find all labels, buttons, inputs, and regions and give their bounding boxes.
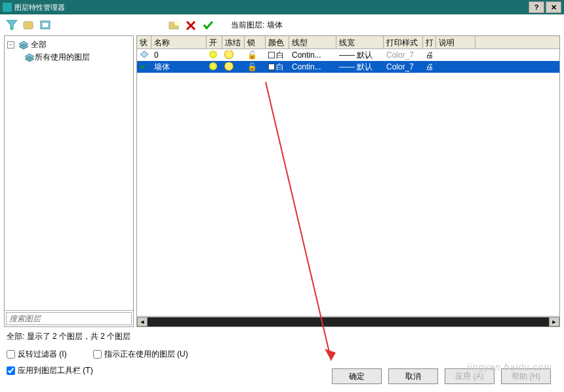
sun-icon[interactable]	[225, 50, 233, 58]
window-title: 图层特性管理器	[14, 3, 527, 12]
layers-body[interactable]: 0 🔓 白 Contin... —— 默认 Color_7 🖨 ✔ 墙体 🔓 白…	[137, 49, 559, 316]
window-controls: ? ✕	[527, 1, 561, 13]
col-plotstyle[interactable]: 打印样式	[384, 36, 423, 49]
app-icon	[3, 3, 12, 12]
current-layer-label: 当前图层:	[231, 20, 264, 29]
bulb-on-icon[interactable]	[209, 50, 217, 58]
current-layer-display: 当前图层: 墙体	[231, 20, 283, 31]
plotter-icon[interactable]: 🖨	[426, 62, 433, 71]
plotstyle-cell[interactable]: Color_7	[384, 50, 423, 60]
lineweight-cell[interactable]: —— 默认	[336, 50, 384, 61]
plotstyle-cell[interactable]: Color_7	[384, 62, 423, 71]
content-area: − 全部 所有使用的图层 状 名称 开 冻结 锁定 颜色 线型 线宽 打印样式 …	[0, 35, 564, 327]
apply-toolbar-input[interactable]	[7, 366, 15, 375]
scroll-right-button[interactable]: ►	[549, 317, 559, 326]
status-bar: 全部: 显示了 2 个图层，共 2 个图层	[0, 327, 564, 346]
svg-rect-3	[43, 23, 48, 27]
new-layer-icon[interactable]	[168, 20, 181, 30]
layer-states-icon[interactable]	[39, 20, 52, 30]
options-row-1: 反转过滤器 (I) 指示正在使用的图层 (U)	[0, 346, 564, 363]
layers-stack-icon	[18, 41, 29, 50]
status-text: 全部: 显示了 2 个图层，共 2 个图层	[7, 332, 131, 341]
scroll-track[interactable]	[148, 317, 549, 326]
indicate-in-use-checkbox[interactable]: 指示正在使用的图层 (U)	[93, 349, 188, 360]
tree-child-used[interactable]: 所有使用的图层	[24, 51, 131, 64]
col-lineweight[interactable]: 线宽	[336, 36, 384, 49]
svg-marker-10	[140, 51, 148, 58]
layer-name-cell[interactable]: 墙体	[151, 62, 207, 73]
layer-name-cell[interactable]: 0	[151, 50, 207, 60]
set-current-icon[interactable]	[202, 20, 215, 30]
svg-marker-0	[7, 20, 17, 29]
col-name[interactable]: 名称	[151, 36, 207, 49]
sun-icon[interactable]	[225, 62, 233, 70]
indicate-in-use-input[interactable]	[93, 350, 102, 359]
new-filter-icon[interactable]	[5, 20, 18, 30]
collapse-icon[interactable]: −	[7, 41, 14, 49]
current-check-icon: ✔	[140, 62, 146, 71]
filter-tree[interactable]: − 全部 所有使用的图层	[5, 36, 133, 310]
svg-point-5	[174, 20, 180, 26]
svg-rect-1	[24, 22, 33, 29]
plotter-icon[interactable]: 🖨	[426, 50, 433, 60]
tree-root-label: 全部	[31, 39, 47, 50]
lineweight-cell[interactable]: —— 默认	[336, 62, 384, 73]
current-layer-value: 墙体	[267, 20, 283, 29]
col-linetype[interactable]: 线型	[289, 36, 336, 49]
layer-status-icon	[140, 50, 149, 58]
color-swatch[interactable]	[268, 52, 275, 58]
invert-filter-input[interactable]	[7, 350, 15, 359]
linetype-cell[interactable]: Contin...	[289, 62, 336, 71]
invert-filter-checkbox[interactable]: 反转过滤器 (I)	[7, 349, 67, 360]
search-input[interactable]	[6, 312, 132, 325]
scroll-left-button[interactable]: ◄	[137, 317, 148, 326]
col-plot[interactable]: 打	[423, 36, 436, 49]
col-status[interactable]: 状	[137, 36, 151, 49]
layer-row[interactable]: 0 🔓 白 Contin... —— 默认 Color_7 🖨	[137, 49, 559, 61]
toolbar: 当前图层: 墙体	[0, 14, 564, 35]
close-button[interactable]: ✕	[546, 1, 561, 13]
help-button[interactable]: ?	[529, 1, 544, 13]
layer-row[interactable]: ✔ 墙体 🔓 白 Contin... —— 默认 Color_7 🖨	[137, 61, 559, 73]
linetype-cell[interactable]: Contin...	[289, 50, 336, 60]
col-description[interactable]: 说明	[436, 36, 475, 49]
col-freeze[interactable]: 冻结	[222, 36, 245, 49]
title-bar: 图层特性管理器 ? ✕	[0, 0, 564, 14]
tree-root-all[interactable]: − 全部	[7, 39, 131, 51]
col-on[interactable]: 开	[207, 36, 222, 49]
new-group-filter-icon[interactable]	[22, 20, 35, 30]
cancel-button[interactable]: 取消	[388, 368, 438, 384]
layers-header-row: 状 名称 开 冻结 锁定 颜色 线型 线宽 打印样式 打 说明	[137, 36, 559, 49]
lock-open-icon[interactable]: 🔓	[247, 62, 257, 71]
filter-tree-panel: − 全部 所有使用的图层	[4, 35, 134, 327]
col-lock[interactable]: 锁定	[245, 36, 266, 49]
tree-child-label: 所有使用的图层	[35, 52, 90, 63]
search-container	[5, 310, 133, 326]
ok-button[interactable]: 确定	[332, 368, 382, 384]
col-color[interactable]: 颜色	[266, 36, 289, 49]
watermark: jingyan.baidu.com	[467, 362, 552, 372]
apply-toolbar-checkbox[interactable]: 应用到图层工具栏 (T)	[7, 365, 93, 376]
layers-stack-icon	[24, 53, 35, 62]
layers-panel: 状 名称 开 冻结 锁定 颜色 线型 线宽 打印样式 打 说明 0 🔓 白 Co…	[136, 35, 560, 327]
lock-open-icon[interactable]: 🔓	[247, 50, 257, 60]
horizontal-scrollbar[interactable]: ◄ ►	[137, 316, 559, 326]
color-swatch[interactable]	[268, 64, 275, 70]
bulb-on-icon[interactable]	[209, 62, 217, 70]
delete-layer-icon[interactable]	[185, 20, 198, 30]
